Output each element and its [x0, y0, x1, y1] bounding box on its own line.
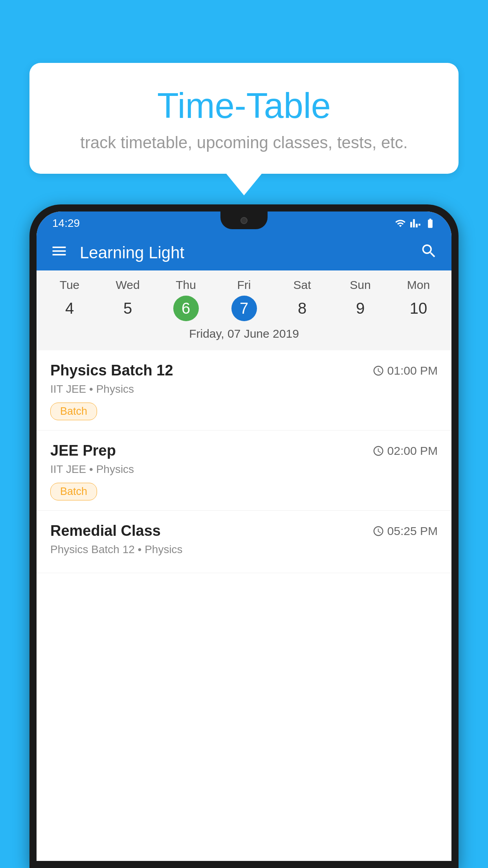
class-item-1[interactable]: Physics Batch 12 01:00 PM IIT JEE • Phys… — [37, 350, 451, 430]
class-subtitle-2: IIT JEE • Physics — [50, 463, 438, 476]
day-name-sat: Sat — [273, 278, 331, 292]
signal-icon — [410, 218, 421, 229]
day-10[interactable]: 10 — [389, 296, 448, 321]
calendar-strip: Tue Wed Thu Fri Sat Sun Mon 4 5 6 7 8 9 … — [37, 270, 451, 350]
day-name-fri: Fri — [215, 278, 273, 292]
day-numbers-row: 4 5 6 7 8 9 10 — [37, 296, 451, 321]
day-name-mon: Mon — [389, 278, 448, 292]
class-time-2: 02:00 PM — [372, 444, 438, 458]
batch-badge-1: Batch — [50, 403, 97, 420]
class-item-2-header: JEE Prep 02:00 PM — [50, 442, 438, 459]
phone-inner: 14:29 — [37, 211, 451, 861]
class-subtitle-1: IIT JEE • Physics — [50, 383, 438, 395]
day-7-selected[interactable]: 7 — [231, 296, 257, 321]
clock-icon-2 — [372, 445, 384, 457]
day-name-thu: Thu — [157, 278, 215, 292]
day-8[interactable]: 8 — [273, 296, 331, 321]
phone-frame: 14:29 — [29, 204, 459, 868]
status-icons — [395, 218, 436, 229]
class-time-1: 01:00 PM — [372, 364, 438, 377]
speech-bubble-title: Time-Table — [49, 86, 439, 125]
clock-icon-1 — [372, 365, 384, 377]
class-list: Physics Batch 12 01:00 PM IIT JEE • Phys… — [37, 350, 451, 861]
day-name-sun: Sun — [331, 278, 389, 292]
speech-bubble: Time-Table track timetable, upcoming cla… — [29, 63, 459, 174]
day-6-today[interactable]: 6 — [173, 296, 199, 321]
class-title-3: Remedial Class — [50, 522, 161, 539]
class-time-3: 05:25 PM — [372, 524, 438, 538]
class-title-1: Physics Batch 12 — [50, 362, 173, 379]
day-4[interactable]: 4 — [40, 296, 99, 321]
speech-bubble-subtitle: track timetable, upcoming classes, tests… — [49, 133, 439, 152]
speech-bubble-arrow — [226, 174, 262, 195]
speech-bubble-container: Time-Table track timetable, upcoming cla… — [29, 63, 459, 195]
status-bar: 14:29 — [37, 211, 451, 235]
class-subtitle-3: Physics Batch 12 • Physics — [50, 543, 438, 556]
day-name-tue: Tue — [40, 278, 99, 292]
class-item-3-header: Remedial Class 05:25 PM — [50, 522, 438, 539]
menu-icon[interactable] — [50, 242, 68, 263]
app-title: Learning Light — [80, 243, 408, 262]
camera — [240, 217, 248, 224]
class-item-2[interactable]: JEE Prep 02:00 PM IIT JEE • Physics Batc… — [37, 430, 451, 511]
day-name-wed: Wed — [99, 278, 157, 292]
class-item-3[interactable]: Remedial Class 05:25 PM Physics Batch 12… — [37, 511, 451, 573]
battery-icon — [425, 218, 436, 229]
selected-date-label: Friday, 07 June 2019 — [37, 327, 451, 346]
class-item-1-header: Physics Batch 12 01:00 PM — [50, 362, 438, 379]
wifi-icon — [395, 218, 406, 229]
class-title-2: JEE Prep — [50, 442, 116, 459]
day-5[interactable]: 5 — [99, 296, 157, 321]
status-time: 14:29 — [52, 217, 80, 230]
day-9[interactable]: 9 — [331, 296, 389, 321]
app-bar: Learning Light — [37, 235, 451, 270]
clock-icon-3 — [372, 525, 384, 537]
notch — [220, 211, 268, 229]
search-icon[interactable] — [420, 242, 438, 263]
day-names-row: Tue Wed Thu Fri Sat Sun Mon — [37, 278, 451, 292]
batch-badge-2: Batch — [50, 483, 97, 500]
